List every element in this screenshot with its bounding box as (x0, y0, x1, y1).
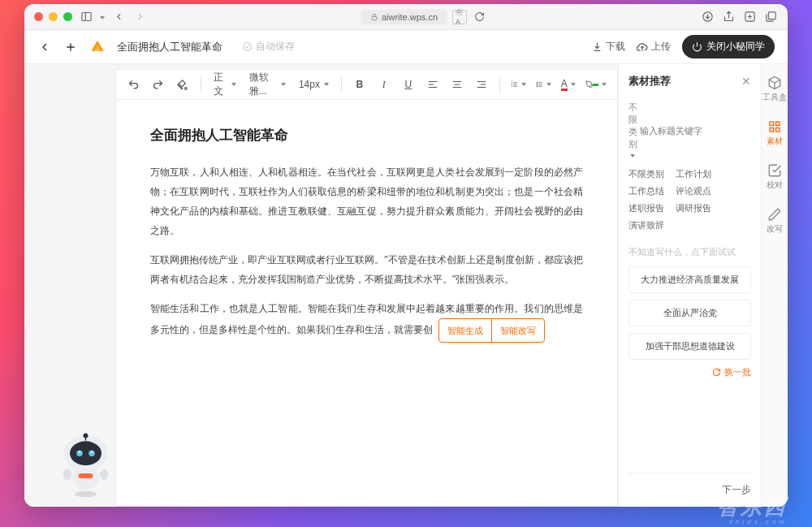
address-bar[interactable]: aiwrite.wps.cn (361, 10, 447, 24)
ai-rewrite-button[interactable]: 智能改写 (492, 319, 544, 342)
lock-icon (370, 13, 378, 21)
doc-paragraph[interactable]: 万物互联，人和人相连、人和机器相连。在当代社会，互联网更是人类社会发展到一定阶段… (150, 162, 583, 240)
doc-paragraph[interactable]: 互联网拥抱传统产业，即产业互联网或者行业互联网。"不管是在技术创新上还是制度创新… (150, 250, 583, 289)
align-left-button[interactable] (423, 75, 443, 94)
material-panel: 素材推荐 ✕ 不限类别 不限类别 工作计划 工作总结 评论观点 述职报告 调研报… (618, 64, 761, 507)
category-item[interactable]: 调研报告 (676, 202, 711, 214)
svg-point-18 (70, 441, 102, 465)
svg-point-49 (537, 84, 538, 84)
svg-point-22 (91, 451, 93, 452)
back-icon[interactable] (37, 40, 52, 54)
undo-button[interactable] (124, 75, 144, 94)
svg-point-21 (79, 451, 80, 452)
svg-point-27 (63, 469, 72, 480)
ordered-list-button[interactable]: 123 (508, 75, 529, 94)
left-gutter (24, 64, 115, 507)
translate-icon[interactable]: ㊥A (452, 10, 467, 24)
app-logo-icon (89, 39, 106, 55)
refresh-icon (712, 368, 721, 377)
close-window-button[interactable] (34, 12, 43, 21)
refresh-suggestions-button[interactable]: 换一批 (628, 366, 751, 378)
svg-point-16 (75, 490, 97, 497)
reload-icon[interactable] (472, 10, 486, 24)
tab-material[interactable]: 素材 (762, 116, 788, 150)
url-text: aiwrite.wps.cn (382, 12, 438, 22)
traffic-lights (34, 12, 72, 21)
cloud-upload-icon (637, 41, 648, 53)
material-icon (767, 119, 782, 134)
font-size-select[interactable]: 14px (295, 79, 333, 90)
panel-filter: 不限类别 (628, 102, 751, 160)
panel-title: 素材推荐 (628, 74, 671, 89)
filter-keyword-input[interactable] (640, 126, 752, 136)
sidebar-toggle-icon[interactable] (79, 10, 93, 24)
panel-next-button[interactable]: 下一步 (628, 473, 751, 497)
check-circle-icon (242, 41, 253, 52)
text-color-button[interactable]: A (559, 75, 578, 94)
cube-icon (767, 76, 782, 90)
panel-close-button[interactable]: ✕ (741, 75, 751, 88)
svg-point-23 (84, 433, 89, 438)
svg-point-29 (185, 87, 188, 89)
nav-back-icon[interactable] (111, 10, 126, 24)
suggestion-card[interactable]: 全面从严治党 (628, 300, 751, 326)
download-button[interactable]: 下载 (592, 40, 625, 54)
tabs-icon[interactable] (763, 10, 778, 24)
autosave-status: 自动保存 (242, 40, 295, 54)
document-body[interactable]: 全面拥抱人工智能革命 万物互联，人和人相连、人和机器相连。在当代社会，互联网更是… (115, 100, 618, 507)
app-header: 全面拥抱人工智能革命 自动保存 下载 上传 关闭小秘同学 (24, 30, 788, 64)
share-icon[interactable] (721, 10, 736, 24)
robot-assistant-icon[interactable] (55, 432, 116, 499)
download-icon (592, 41, 603, 52)
nav-forward-icon[interactable] (132, 10, 147, 24)
unordered-list-button[interactable] (533, 75, 554, 94)
new-tab-icon[interactable] (742, 10, 757, 24)
doc-heading[interactable]: 全面拥抱人工智能革命 (150, 126, 583, 145)
upload-button[interactable]: 上传 (637, 40, 671, 54)
browser-window: aiwrite.wps.cn ㊥A 全面拥抱人工智能革命 自动保存 下载 上传 (24, 4, 788, 507)
category-filter-select[interactable]: 不限类别 (628, 102, 637, 160)
tab-rewrite[interactable]: 改写 (762, 204, 788, 238)
ai-generate-button[interactable]: 智能生成 (439, 319, 492, 342)
category-item[interactable]: 工作计划 (676, 168, 711, 180)
format-painter-button[interactable] (173, 75, 192, 94)
category-item[interactable]: 工作总结 (628, 185, 664, 197)
category-item[interactable]: 述职报告 (628, 202, 664, 214)
svg-rect-9 (768, 12, 775, 19)
italic-button[interactable]: I (374, 75, 394, 94)
category-item[interactable]: 不限类别 (628, 168, 664, 180)
category-item[interactable]: 评论观点 (676, 185, 711, 197)
category-item[interactable]: 演讲致辞 (628, 219, 664, 231)
svg-rect-2 (372, 16, 377, 19)
app-content: 正文 微软雅... 14px B I U 123 A 全面拥抱人工智能革命 万物… (24, 64, 788, 507)
bold-button[interactable]: B (350, 75, 369, 94)
doc-paragraph[interactable]: 智能生活和工作，也就是人工智能。智能在我们生存和发展中起着越来越重要的作用。我们… (150, 299, 583, 343)
power-icon (692, 41, 702, 52)
panel-hint: 不知道写什么，点下面试试 (628, 246, 751, 258)
download-browser-icon[interactable] (700, 10, 715, 24)
align-right-button[interactable] (472, 75, 491, 94)
category-list: 不限类别 工作计划 工作总结 评论观点 述职报告 调研报告 演讲致辞 (628, 168, 751, 231)
highlight-color-button[interactable] (583, 75, 609, 94)
svg-point-50 (537, 86, 538, 87)
side-tabs: 工具盒 素材 校对 改写 (761, 64, 788, 507)
svg-point-28 (100, 469, 109, 480)
svg-rect-0 (81, 13, 90, 21)
font-family-select[interactable]: 微软雅... (245, 71, 290, 98)
suggestion-card[interactable]: 大力推进经济高质量发展 (628, 266, 751, 293)
paragraph-style-select[interactable]: 正文 (209, 71, 240, 98)
redo-button[interactable] (149, 75, 168, 94)
tab-toolbox[interactable]: 工具盒 (762, 72, 788, 106)
underline-button[interactable]: U (399, 75, 418, 94)
editor-area: 正文 微软雅... 14px B I U 123 A 全面拥抱人工智能革命 万物… (115, 64, 618, 507)
align-center-button[interactable] (447, 75, 467, 94)
new-doc-icon[interactable] (63, 40, 78, 54)
tab-proofread[interactable]: 校对 (762, 160, 788, 194)
close-assistant-button[interactable]: 关闭小秘同学 (682, 35, 775, 58)
document-title[interactable]: 全面拥抱人工智能革命 (117, 40, 222, 54)
svg-point-12 (244, 43, 252, 51)
svg-point-48 (537, 82, 538, 83)
minimize-window-button[interactable] (49, 12, 58, 21)
maximize-window-button[interactable] (63, 12, 72, 21)
suggestion-card[interactable]: 加强干部思想道德建设 (628, 333, 751, 360)
